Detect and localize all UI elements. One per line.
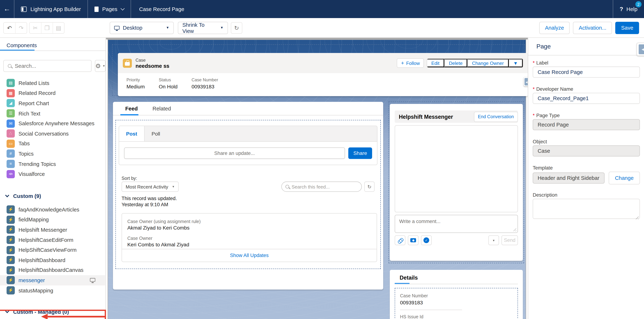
app-builder-tab[interactable]: Lightning App Builder: [14, 0, 87, 18]
description-textarea[interactable]: [533, 199, 640, 219]
sidebar-item-rich-text[interactable]: ☰Rich Text: [0, 108, 105, 118]
help-menu[interactable]: ? Help 2: [613, 0, 644, 18]
sidebar-item-related-record[interactable]: ▦Related Record: [0, 88, 105, 98]
cut-button[interactable]: ✂: [30, 22, 41, 33]
save-button[interactable]: Save: [616, 22, 639, 34]
device-select[interactable]: Desktop ▼: [110, 22, 174, 34]
feed-refresh-button[interactable]: ↻: [364, 182, 375, 192]
analyze-button[interactable]: Analyze: [539, 22, 570, 34]
custom-component-icon: ⚡: [6, 216, 15, 224]
settings-dropdown-button[interactable]: ⚙ ▼: [95, 60, 106, 72]
sidebar-item-faqandknowledgearticles[interactable]: ⚡faqAndKnowledgeArticles: [0, 204, 105, 215]
send-button[interactable]: Send: [502, 235, 518, 245]
sidebar-item-label: statusMapping: [18, 287, 53, 294]
share-update-input[interactable]: [124, 148, 345, 159]
end-conversation-button[interactable]: End Conversation: [474, 112, 518, 122]
undo-button[interactable]: ↶: [4, 22, 15, 33]
back-button[interactable]: ←: [0, 0, 14, 18]
copy-button[interactable]: ❐: [41, 22, 52, 33]
sidebar-item-helpshift-messenger[interactable]: ⚡Helpshift Messenger: [0, 225, 105, 235]
sidebar-item-fieldmapping[interactable]: ⚡fieldMapping: [0, 215, 105, 225]
custom-section-header[interactable]: Custom (9): [0, 190, 106, 202]
feed-search-input[interactable]: [292, 184, 358, 189]
component-search-field[interactable]: [3, 60, 92, 72]
follow-button[interactable]: + Follow: [397, 58, 424, 68]
page-type-input: [533, 119, 640, 130]
lightning-app-builder-window: ← Lightning App Builder Pages Case Recor…: [0, 0, 644, 319]
canvas-scroll-handle[interactable]: ◀: [524, 77, 528, 86]
chevron-down-icon: ▼: [513, 60, 518, 66]
details-component-region[interactable]: Case Number00939183HS Issue Id✎HS Issue …: [395, 288, 518, 319]
tab-details[interactable]: Details: [400, 275, 418, 281]
topics-icon: #: [6, 150, 15, 158]
sidebar-item-helpshiftdashboard[interactable]: ⚡HelpshiftDashboard: [0, 255, 105, 265]
feed-search-field[interactable]: [282, 182, 362, 192]
pages-menu[interactable]: Pages: [88, 0, 130, 18]
change-owner-button[interactable]: Change Owner: [468, 59, 508, 68]
attach-image-button[interactable]: [408, 235, 418, 245]
sidebar-item-helpshiftdashboardcanvas[interactable]: ⚡HelpshiftDashboardCanvas: [0, 265, 105, 275]
sidebar-item-salesforce-anywhere-messages[interactable]: ✉Salesforce Anywhere Messages: [0, 118, 105, 128]
view-scale-select[interactable]: Shrink To View ▼: [178, 22, 228, 34]
record-action-group: EditDeleteChange Owner▼: [427, 58, 523, 68]
redo-icon: ↷: [19, 24, 24, 31]
chevron-down-icon: ▼: [172, 185, 175, 188]
sidebar-item-report-chart[interactable]: ◢Report Chart: [0, 98, 105, 108]
components-tab[interactable]: Components: [6, 42, 37, 48]
sidebar-item-helpshiftcaseeditform[interactable]: ⚡HelpshiftCaseEditForm: [0, 235, 105, 245]
attach-link-button[interactable]: [395, 235, 406, 245]
feed-sort-select[interactable]: Most Recent Activity ▼: [122, 182, 179, 192]
panel-collapse-button[interactable]: ◀: [636, 43, 644, 56]
sidebar-item-label: Report Chart: [18, 100, 49, 106]
tab-related[interactable]: Related: [152, 105, 171, 112]
sidebar-item-related-lists[interactable]: ▤Related Lists: [0, 78, 105, 88]
record-field-label: Case Number: [192, 77, 218, 82]
object-field-label: Object: [533, 139, 640, 144]
template-input: [533, 172, 604, 184]
sidebar-item-tabs[interactable]: ▭Tabs: [0, 138, 105, 149]
sidebar-item-trending-topics[interactable]: ≡Trending Topics: [0, 159, 105, 169]
sidebar-item-label: Helpshift Messenger: [18, 227, 67, 233]
show-all-updates-link[interactable]: Show All Updates: [230, 252, 268, 258]
page-title: Case Record Page: [130, 0, 613, 18]
sidebar-item-visualforce[interactable]: </>Visualforce: [0, 169, 105, 179]
report-chart-icon: ◢: [6, 99, 15, 107]
custom-component-icon: ⚡: [6, 226, 15, 234]
change-template-button[interactable]: Change: [609, 172, 640, 184]
collapse-left-icon: ◀: [638, 44, 644, 54]
search-icon: [8, 64, 12, 68]
tab-post[interactable]: Post: [119, 126, 144, 141]
send-options-button[interactable]: ▼: [488, 235, 499, 245]
toolbar-actions: Analyze Activation... Save: [539, 22, 639, 34]
label-field-input[interactable]: [533, 66, 640, 78]
quick-reply-button[interactable]: ✓: [421, 235, 432, 245]
sidebar-item-messenger[interactable]: ⚡messenger: [0, 275, 105, 286]
record-action-buttons: + Follow EditDeleteChange Owner▼: [397, 58, 523, 68]
sidebar-item-topics[interactable]: #Topics: [0, 149, 105, 159]
activation-button[interactable]: Activation...: [573, 22, 612, 34]
developer-name-input[interactable]: [533, 93, 640, 104]
sidebar-item-statusmapping[interactable]: ⚡statusMapping: [0, 286, 105, 296]
field-divider: [400, 310, 462, 310]
sidebar-item-helpshiftcaseviewform[interactable]: ⚡HelpShiftCaseViewForm: [0, 245, 105, 255]
tab-poll[interactable]: Poll: [144, 126, 160, 141]
sidebar-item-social-conversations[interactable]: ∴Social Conversations: [0, 128, 105, 138]
share-button[interactable]: Share: [348, 148, 372, 159]
sidebar-item-label: HelpshiftCaseEditForm: [18, 237, 74, 243]
record-header-component-region[interactable]: Case needsome ss + Follow EditDeleteChan…: [112, 44, 525, 96]
redo-button[interactable]: ↷: [15, 22, 27, 33]
more-actions-button[interactable]: ▼: [509, 59, 523, 68]
refresh-button[interactable]: ↻: [231, 22, 242, 34]
undo-redo-group: ↶ ↷: [3, 22, 27, 34]
canvas-top-scrollbar[interactable]: [106, 38, 528, 40]
chevron-down-icon: [5, 193, 9, 197]
chevron-down-icon: [120, 6, 124, 10]
comment-field[interactable]: [395, 215, 518, 233]
edit-button[interactable]: Edit: [427, 59, 444, 68]
tab-feed[interactable]: Feed: [125, 105, 138, 112]
paste-button[interactable]: ▤: [52, 22, 64, 33]
component-search-input[interactable]: [15, 63, 87, 69]
comment-textarea[interactable]: [395, 215, 518, 232]
show-all-row: Show All Updates: [122, 249, 377, 262]
delete-button[interactable]: Delete: [444, 59, 468, 68]
